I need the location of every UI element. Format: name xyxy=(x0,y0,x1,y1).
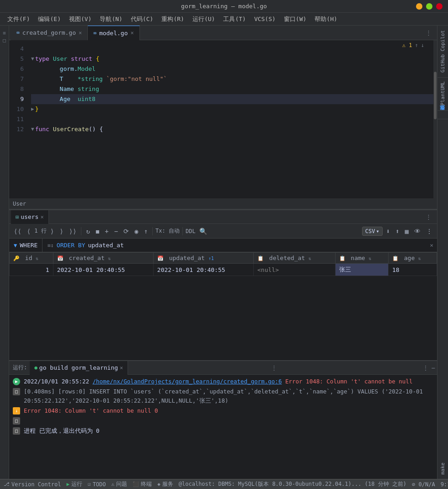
menu-vcs[interactable]: VCS(S) xyxy=(251,14,279,24)
col-sort-updated[interactable]: ↑1 xyxy=(208,256,214,261)
sidebar-make[interactable]: make xyxy=(439,460,447,478)
maximize-button[interactable] xyxy=(426,3,432,10)
col-sort-name[interactable]: ⇅ xyxy=(368,256,371,261)
th-deleted-at[interactable]: 📋 deleted_at ⇅ xyxy=(254,253,336,264)
arrow-down-icon[interactable]: ↓ xyxy=(421,42,424,48)
menu-tools[interactable]: 工具(T) xyxy=(219,14,249,25)
right-sidebar: GitHub Copilot PlantUML 数据库 make xyxy=(437,26,448,479)
col-icon-id: 🔑 xyxy=(13,255,20,261)
menu-navigate[interactable]: 导航(N) xyxy=(96,14,126,25)
th-id[interactable]: 🔑 id ⇅ xyxy=(10,253,53,264)
menu-code[interactable]: 代码(C) xyxy=(127,14,157,25)
status-services[interactable]: ◈ 服务 xyxy=(157,480,173,488)
tab-created-gorm[interactable]: ∞ created_gorm.go × xyxy=(11,26,88,40)
menu-refactor[interactable]: 重构(R) xyxy=(158,14,187,25)
fold-icon-10[interactable]: ▶ xyxy=(31,104,34,114)
db-tab-users[interactable]: ⊞ users × xyxy=(11,210,49,224)
db-preview[interactable]: ◉ xyxy=(133,227,140,236)
db-nav-last[interactable]: ⟩⟩ xyxy=(67,227,79,236)
db-export-up[interactable]: ⬆ xyxy=(394,227,401,236)
db-submit[interactable]: ↑ xyxy=(142,227,149,236)
run-options-button[interactable]: ⋮ xyxy=(422,364,429,372)
db-nav-next2[interactable]: ⟩ xyxy=(58,227,65,236)
sidebar-github-copilot[interactable]: GitHub Copilot xyxy=(439,27,447,75)
sep-2 xyxy=(152,227,153,235)
col-sort-created[interactable]: ⇅ xyxy=(108,256,111,261)
db-stop[interactable]: ◼ xyxy=(94,227,101,236)
run-tab-close[interactable]: × xyxy=(120,365,123,371)
status-terminal[interactable]: ⬛ 终端 xyxy=(133,480,152,488)
sidebar-plantuml[interactable]: PlantUML xyxy=(439,79,447,108)
run-line-3: ↓ Error 1048: Column 't' cannot be null … xyxy=(13,406,433,416)
code-line-4 xyxy=(31,44,437,54)
menu-view[interactable]: 视图(V) xyxy=(65,14,95,25)
editor-scrollbar[interactable] xyxy=(433,40,437,198)
run-tab-main[interactable]: ● go build gorm_learning × xyxy=(30,361,128,375)
menu-window[interactable]: 窗口(W) xyxy=(280,14,310,25)
col-label-updated: updated_at xyxy=(169,255,205,261)
code-area[interactable]: ▼ type User struct { gorm.Model T *strin… xyxy=(27,40,437,198)
db-refresh[interactable]: ↻ xyxy=(84,227,91,236)
type-model: Model xyxy=(78,64,96,74)
db-ddl-label[interactable]: DDL xyxy=(186,228,196,234)
db-tab-bar: ⊞ users × ⋮ xyxy=(9,210,437,224)
run-minimize-button[interactable]: − xyxy=(432,364,435,372)
db-nav-next[interactable]: ⟩ xyxy=(48,227,56,236)
line-num-4: 4 xyxy=(13,44,24,54)
status-version-control[interactable]: ⎇ Version Control xyxy=(4,481,61,488)
arrow-up-icon[interactable]: ↑ xyxy=(415,42,418,48)
run-line-5: □ 进程 已完成，退出代码为 0 xyxy=(13,426,433,436)
minimize-button[interactable] xyxy=(416,3,422,10)
line-num-11: 11 xyxy=(13,114,24,124)
status-problems[interactable]: ⚠ 问题 xyxy=(112,480,128,488)
tab-model[interactable]: ∞ model.go × xyxy=(88,26,139,40)
th-created-at[interactable]: 📅 created_at ⇅ xyxy=(53,253,153,264)
table-row[interactable]: 1 2022-10-01 20:40:55 2022-10-01 20:40:5… xyxy=(10,264,437,276)
menu-edit[interactable]: 编辑(E) xyxy=(34,14,64,25)
cell-name[interactable]: 张三 xyxy=(335,264,388,276)
menu-file[interactable]: 文件(F) xyxy=(4,14,33,25)
code-line-8: Name string xyxy=(31,84,437,94)
db-add-row[interactable]: + xyxy=(103,227,110,236)
col-sort-deleted[interactable]: ⇅ xyxy=(309,256,311,261)
run-link-1[interactable]: /home/nx/GolandProjects/gorm_learning/cr… xyxy=(93,378,282,385)
run-tab-more[interactable]: ⋮ xyxy=(267,364,281,371)
field-gorm: gorm. xyxy=(31,64,78,74)
db-export-down[interactable]: ⬇ xyxy=(384,227,392,236)
tab-close-2[interactable]: × xyxy=(131,30,134,36)
editor-scroll-thumb[interactable] xyxy=(434,72,437,119)
db-delete-row[interactable]: − xyxy=(112,227,120,236)
fold-icon-12[interactable]: ▼ xyxy=(31,124,34,134)
filter-close-button[interactable]: × xyxy=(430,242,433,249)
db-eye[interactable]: 👁 xyxy=(412,227,422,236)
col-sort-id[interactable]: ⇅ xyxy=(36,256,38,261)
db-nav-first[interactable]: ⟨⟨ xyxy=(12,227,23,236)
func-usercreate: UserCreate xyxy=(53,124,89,134)
th-updated-at[interactable]: 📅 updated_at ↑1 xyxy=(153,253,253,264)
col-sort-age[interactable]: ⇅ xyxy=(418,256,421,261)
db-table: 🔑 id ⇅ 📅 created_at ⇅ 📅 xyxy=(9,252,437,276)
th-age[interactable]: 📋 age ⇅ xyxy=(388,253,437,264)
code-line-9: Age uint8 xyxy=(31,94,437,104)
db-table-container[interactable]: 🔑 id ⇅ 📅 created_at ⇅ 📅 xyxy=(9,252,437,360)
status-todo[interactable]: ☑ TODO xyxy=(88,481,106,488)
db-reload[interactable]: ⟳ xyxy=(122,227,131,236)
tab-close-1[interactable]: × xyxy=(79,30,82,36)
th-name[interactable]: 📋 name ⇅ xyxy=(335,253,388,264)
tab-more-button[interactable]: ⋮ xyxy=(422,29,435,36)
db-search[interactable]: 🔍 xyxy=(197,227,209,236)
sidebar-database[interactable]: 数据库 xyxy=(438,112,447,117)
csv-dropdown[interactable]: CSV ▾ xyxy=(362,227,383,236)
db-col-settings[interactable]: ▦ xyxy=(403,227,411,236)
fold-icon-5[interactable]: ▼ xyxy=(31,54,34,64)
db-tab-more[interactable]: ⋮ xyxy=(422,213,435,220)
db-tab-close[interactable]: × xyxy=(40,214,43,220)
kw-type: type xyxy=(35,54,53,64)
menu-help[interactable]: 帮助(H) xyxy=(311,14,341,25)
menu-run[interactable]: 运行(U) xyxy=(189,14,219,25)
run-content: ▶ 2022/10/01 20:55:22 /home/nx/GolandPro… xyxy=(9,375,437,479)
close-button[interactable] xyxy=(436,3,443,10)
status-run[interactable]: ▶ 运行 xyxy=(66,480,82,488)
db-nav-prev[interactable]: ⟨ xyxy=(25,227,32,236)
db-more[interactable]: ⋮ xyxy=(424,227,434,236)
